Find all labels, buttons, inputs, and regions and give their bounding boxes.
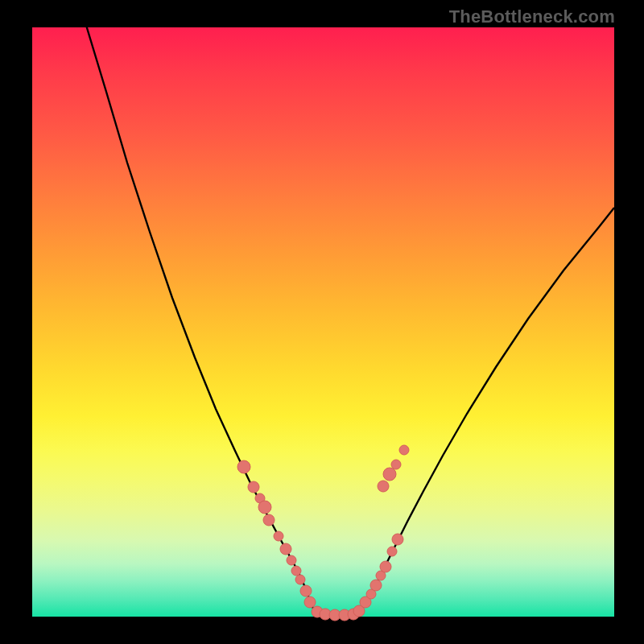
watermark-text: TheBottleneck.com [449, 6, 615, 27]
data-dot [399, 445, 409, 455]
data-dot [370, 580, 382, 591]
data-dot [274, 531, 283, 541]
chart-frame: TheBottleneck.com [0, 0, 644, 644]
data-dot [287, 555, 296, 565]
data-dot [280, 543, 291, 555]
data-dots [237, 445, 409, 621]
data-dot [263, 514, 275, 526]
data-dot [304, 597, 316, 608]
data-dot [291, 566, 301, 576]
chart-svg [32, 27, 614, 617]
data-dot [295, 575, 305, 584]
data-dot [300, 585, 312, 597]
data-dot [258, 501, 271, 514]
data-dot [387, 547, 397, 556]
data-dot [392, 534, 403, 545]
data-dot [391, 460, 401, 469]
data-dot [383, 468, 396, 481]
data-dot [378, 481, 389, 492]
plot-area [32, 27, 614, 617]
curve-left [85, 23, 320, 615]
data-dot [248, 481, 259, 493]
data-dot [237, 460, 250, 473]
data-dot [380, 561, 391, 572]
